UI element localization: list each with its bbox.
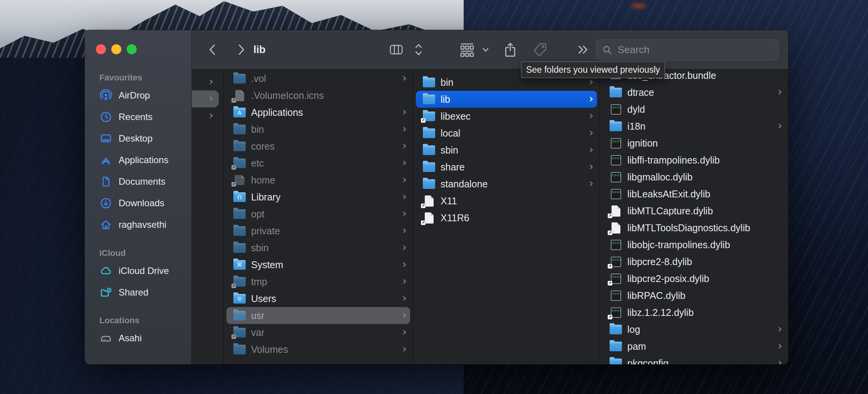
sidebar-item-icloud-drive[interactable]: iCloud Drive xyxy=(85,260,191,282)
file-row[interactable]: ↗libexec› xyxy=(413,108,600,125)
folder-glyph: Π xyxy=(233,192,246,202)
file-row[interactable]: ↗libMTLToolsDiagnostics.dylib xyxy=(600,219,788,236)
file-row[interactable]: libobjc-trampolines.dylib xyxy=(600,236,788,253)
file-name: tmp xyxy=(251,276,267,287)
sidebar-item-label: raghavsethi xyxy=(119,219,166,230)
file-row[interactable]: libgmalloc.dylib xyxy=(600,169,788,185)
file-name: var xyxy=(251,327,265,338)
file-row[interactable]: ↗var› xyxy=(224,324,413,341)
file-row[interactable]: ⌘System› xyxy=(224,256,413,273)
file-row[interactable]: ↗X11R6 xyxy=(413,209,600,226)
file-row[interactable]: ↗.VolumeIcon.icns xyxy=(224,87,413,104)
group-menu-chevron[interactable] xyxy=(481,30,490,69)
sidebar-item-asahi[interactable]: Asahi xyxy=(85,327,191,349)
list-item[interactable]: › xyxy=(192,73,223,90)
file-row[interactable]: cores› xyxy=(224,138,413,155)
file-name: dyld xyxy=(627,104,645,115)
chevron-right-icon: › xyxy=(398,225,407,236)
folder-badge: Π xyxy=(233,192,246,202)
chevron-double-right-icon xyxy=(577,44,590,55)
file-row[interactable]: ↗libpcre2-posix.dylib xyxy=(600,270,788,287)
exec-icon xyxy=(609,138,622,149)
file-name: libMTLToolsDiagnostics.dylib xyxy=(627,222,750,234)
file-row[interactable]: bin› xyxy=(224,121,413,138)
file-row[interactable]: ↗X11 xyxy=(413,192,600,209)
folder-icon xyxy=(233,74,246,83)
back-button[interactable] xyxy=(206,30,220,69)
column-root: .vol›↗.VolumeIcon.icnsAApplications›bin›… xyxy=(224,70,413,364)
file-row[interactable]: ↗libpcre2-8.dylib xyxy=(600,253,788,270)
executable-glyph xyxy=(611,155,621,165)
file-row[interactable]: ⊙Users› xyxy=(224,290,413,307)
file-row[interactable]: usr› xyxy=(226,307,410,324)
chevron-right-icon: › xyxy=(205,110,213,121)
folder-icon xyxy=(233,226,246,236)
file-row[interactable]: ↗tmp› xyxy=(224,273,413,290)
exec-icon xyxy=(609,172,622,182)
file-row[interactable]: ΠLibrary› xyxy=(224,189,413,205)
exec-icon xyxy=(609,290,622,301)
folder-badge: ⊙ xyxy=(233,294,246,304)
file-row[interactable]: lib› xyxy=(416,91,597,108)
sidebar-item-shared[interactable]: Shared xyxy=(85,282,191,303)
view-columns-button[interactable] xyxy=(389,30,404,69)
file-row[interactable]: i18n› xyxy=(600,118,788,135)
sidebar-item-downloads[interactable]: Downloads xyxy=(85,192,191,214)
file-row[interactable]: ↗home› xyxy=(224,172,413,189)
search-input[interactable] xyxy=(617,43,778,56)
folder-glyph xyxy=(233,226,246,236)
sidebar-item-raghavsethi[interactable]: raghavsethi xyxy=(85,214,191,235)
group-button[interactable] xyxy=(459,30,475,69)
tooltip: See folders you viewed previously xyxy=(521,62,665,78)
sidebar-item-applications[interactable]: Applications xyxy=(85,149,191,171)
file-row[interactable]: ↗libz.1.2.12.dylib xyxy=(600,304,788,321)
file-list: dsc_extractor.bundledtrace›dyldi18n›igni… xyxy=(600,70,788,364)
file-row[interactable]: pkgconfig› xyxy=(600,355,788,364)
sidebar-item-label: Asahi xyxy=(119,333,142,344)
list-item[interactable]: › xyxy=(192,107,223,124)
file-row[interactable]: ignition xyxy=(600,135,788,152)
file-row[interactable]: libffi-trampolines.dylib xyxy=(600,152,788,169)
file-name: .vol xyxy=(251,73,266,84)
file-row[interactable]: libRPAC.dylib xyxy=(600,287,788,304)
column-partial: ››› xyxy=(192,70,224,364)
file-name: pam xyxy=(627,341,646,352)
list-item[interactable]: › xyxy=(192,90,219,107)
sidebar-item-recents[interactable]: Recents xyxy=(85,106,191,128)
search-field[interactable] xyxy=(596,39,779,60)
minimize-button[interactable] xyxy=(111,44,121,54)
file-row[interactable]: libLeaksAtExit.dylib xyxy=(600,185,788,202)
file-row[interactable]: Volumes› xyxy=(224,341,413,358)
file-row[interactable]: AApplications› xyxy=(224,104,413,121)
file-row[interactable]: log› xyxy=(600,321,788,338)
file-row[interactable]: opt› xyxy=(224,205,413,222)
file-row[interactable]: private› xyxy=(224,222,413,239)
toolbar: lib xyxy=(192,30,788,70)
zoom-button[interactable] xyxy=(127,44,137,54)
view-mode-stepper[interactable] xyxy=(414,30,424,69)
file-row[interactable]: dtrace› xyxy=(600,84,788,101)
sidebar-item-desktop[interactable]: Desktop xyxy=(85,128,191,149)
file-row[interactable]: local› xyxy=(413,125,600,142)
file-name: Volumes xyxy=(251,344,288,355)
share-button[interactable] xyxy=(503,30,518,69)
forward-button[interactable] xyxy=(234,30,247,69)
file-row[interactable]: pam› xyxy=(600,338,788,355)
file-row[interactable]: sbin› xyxy=(413,142,600,159)
file-row[interactable]: ↗libMTLCapture.dylib xyxy=(600,202,788,219)
sidebar-item-documents[interactable]: Documents xyxy=(85,171,191,192)
close-button[interactable] xyxy=(96,44,106,54)
chevron-right-icon: › xyxy=(585,178,593,189)
file-row[interactable]: .vol› xyxy=(224,70,413,87)
file-row[interactable]: dyld xyxy=(600,101,788,118)
file-name: libpcre2-posix.dylib xyxy=(627,273,709,284)
home-dir-icon: ↗ xyxy=(233,175,246,185)
file-row[interactable]: ↗etc› xyxy=(224,155,413,172)
file-name: libLeaksAtExit.dylib xyxy=(627,189,710,200)
sidebar-item-airdrop[interactable]: AirDrop xyxy=(85,85,191,106)
download-icon xyxy=(99,197,112,210)
doc-grey-icon: ↗ xyxy=(233,90,246,101)
file-row[interactable]: sbin› xyxy=(224,239,413,256)
file-row[interactable]: share› xyxy=(413,159,600,175)
file-row[interactable]: standalone› xyxy=(413,175,600,192)
